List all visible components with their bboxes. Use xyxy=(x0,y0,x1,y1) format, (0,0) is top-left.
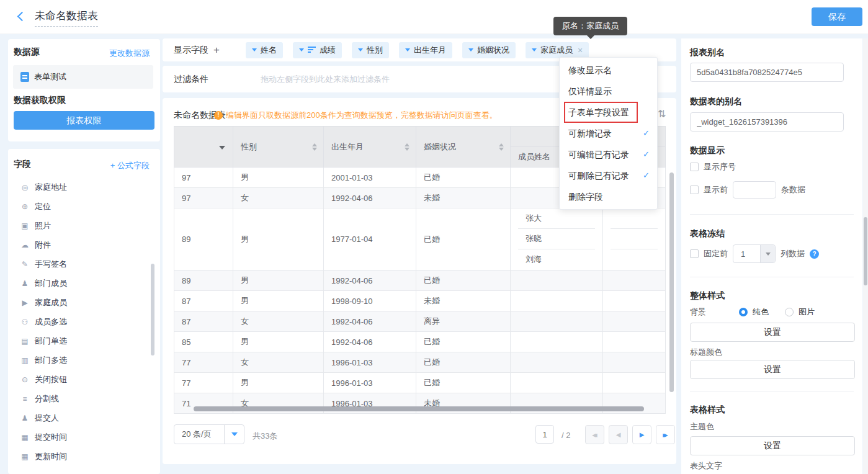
member-name-cell: 张晓 xyxy=(518,229,595,249)
back-icon[interactable] xyxy=(17,12,27,22)
field-item[interactable]: ☁附件 xyxy=(8,235,160,254)
page-size-select[interactable]: 20 条/页 xyxy=(174,424,244,444)
menu-item[interactable]: 可删除已有记录✓ xyxy=(560,165,657,186)
right-scrollbar-thumb[interactable] xyxy=(864,217,867,285)
sidebar-scrollbar-thumb[interactable] xyxy=(151,264,154,356)
field-chip[interactable]: 成绩 xyxy=(293,42,342,58)
next-page-button[interactable]: ▶ xyxy=(632,425,651,444)
vertical-scrollbar-thumb[interactable] xyxy=(669,172,674,392)
field-item[interactable]: ≡分割线 xyxy=(8,389,160,408)
table-cell xyxy=(603,291,666,311)
sort-up-icon xyxy=(405,143,409,146)
field-chip[interactable]: 家庭成员× xyxy=(526,42,589,58)
add-formula-field-link[interactable]: + 公式字段 xyxy=(110,160,150,171)
table-row: 87男1998-09-10未婚 xyxy=(174,291,666,311)
last-page-button[interactable]: ▶▶ xyxy=(656,425,675,444)
menu-item[interactable]: 子表单字段设置 xyxy=(560,102,657,123)
help-icon[interactable]: ? xyxy=(810,249,819,259)
filter-dropzone-placeholder[interactable]: 拖动左侧字段到此处来添加过滤条件 xyxy=(261,74,390,85)
show-first-count-input[interactable] xyxy=(733,181,776,199)
column-header[interactable]: 性别 xyxy=(233,127,324,168)
header-text-label: 表头文字 xyxy=(690,460,722,472)
prev-page-button[interactable]: ◀ xyxy=(609,425,628,444)
column-order-icon[interactable]: ⇅ xyxy=(658,108,666,120)
field-item[interactable]: ⊕定位 xyxy=(8,197,160,216)
field-item[interactable]: ▣照片 xyxy=(8,216,160,235)
menu-item-label: 可编辑已有记录 xyxy=(568,150,629,159)
field-chip-label: 性别 xyxy=(367,45,383,56)
field-item-label: 照片 xyxy=(35,220,51,231)
dept-single-icon: ▤ xyxy=(20,337,30,346)
table-cell: 离异 xyxy=(416,311,511,332)
field-item[interactable]: ♟提交人 xyxy=(8,408,160,427)
table-row: 87女1992-04-06离异 xyxy=(174,311,666,332)
datasource-item-label: 表单测试 xyxy=(34,71,66,83)
sort-icon[interactable] xyxy=(312,143,317,151)
theme-color-set-button[interactable]: 设置 xyxy=(690,436,855,455)
field-chip[interactable]: 婚姻状况 xyxy=(462,42,516,58)
field-item[interactable]: ▦更新时间 xyxy=(8,447,160,466)
field-item-label: 更新时间 xyxy=(35,451,67,462)
save-button[interactable]: 保存 xyxy=(812,7,862,26)
field-item-label: 分割线 xyxy=(35,393,59,405)
title-color-set-button[interactable]: 设置 xyxy=(690,360,855,379)
freeze-checkbox[interactable] xyxy=(690,249,699,258)
background-set-button[interactable]: 设置 xyxy=(690,323,855,342)
column-header[interactable]: 出生年月 xyxy=(324,127,416,168)
remove-field-icon[interactable]: × xyxy=(578,46,583,55)
field-chip[interactable]: 出生年月 xyxy=(399,42,452,58)
table-cell: 89 xyxy=(174,271,233,291)
table-cell xyxy=(603,271,666,291)
chevron-down-icon xyxy=(358,48,363,51)
table-cell: 85 xyxy=(174,332,233,352)
solid-color-label: 纯色 xyxy=(753,306,769,318)
table-alias-label: 数据表的别名 xyxy=(690,96,742,107)
chevron-down-icon xyxy=(405,48,410,51)
datasource-item[interactable]: 表单测试 xyxy=(13,65,153,89)
show-first-checkbox[interactable] xyxy=(690,186,699,194)
field-item[interactable]: ⊖关闭按钮 xyxy=(8,370,160,389)
change-datasource-link[interactable]: 更改数据源 xyxy=(109,48,150,59)
sort-icon[interactable] xyxy=(405,143,409,151)
field-item[interactable]: ▤部门单选 xyxy=(8,331,160,351)
field-item[interactable]: ▶家庭成员 xyxy=(8,293,160,312)
freeze-count-select[interactable]: 1 xyxy=(733,244,776,263)
report-designer-app: 未命名数据表 保存 数据源 更改数据源 表单测试 数据获取权限 报表权限 字段 … xyxy=(0,0,868,474)
field-item[interactable]: ⚇成员多选 xyxy=(8,312,160,331)
menu-item[interactable]: 修改显示名 xyxy=(560,60,657,81)
field-item[interactable]: ✎手写签名 xyxy=(8,254,160,274)
report-alias-input[interactable] xyxy=(690,63,844,82)
table-cell-members: 张大张晓刘海 xyxy=(511,208,603,271)
table-cell: 1992-04-06 xyxy=(324,311,416,332)
menu-item[interactable]: 可编辑已有记录✓ xyxy=(560,144,657,165)
chevron-down-icon xyxy=(760,245,775,262)
field-chip[interactable]: 性别 xyxy=(352,42,389,58)
report-permission-button[interactable]: 报表权限 xyxy=(14,111,154,130)
column-header[interactable]: 婚姻状况 xyxy=(416,127,511,168)
table-alias-input[interactable] xyxy=(690,112,844,132)
field-item[interactable]: ♟部门成员 xyxy=(8,274,160,293)
menu-item[interactable]: 删除字段 xyxy=(560,186,657,207)
page-title[interactable]: 未命名数据表 xyxy=(35,9,98,27)
horizontal-scrollbar-thumb[interactable] xyxy=(194,406,644,411)
table-row: 89男1977-01-04已婚张大张晓刘海 xyxy=(174,208,666,271)
first-page-button[interactable]: ◀◀ xyxy=(585,425,604,444)
field-item[interactable]: ▦提交时间 xyxy=(8,427,160,447)
solid-color-radio[interactable] xyxy=(739,308,748,316)
image-label: 图片 xyxy=(799,306,815,318)
show-index-label: 显示序号 xyxy=(704,161,736,172)
sort-icon[interactable] xyxy=(499,143,504,151)
image-radio[interactable] xyxy=(785,308,794,316)
chevron-down-icon[interactable] xyxy=(219,146,225,150)
show-index-checkbox[interactable] xyxy=(690,163,699,171)
menu-item[interactable]: 可新增记录✓ xyxy=(560,123,657,144)
add-display-field-button[interactable]: + xyxy=(213,45,220,55)
menu-item[interactable]: 仅详情显示 xyxy=(560,81,657,102)
field-chip[interactable]: 姓名 xyxy=(246,42,283,58)
column-header-caret[interactable] xyxy=(174,127,233,168)
field-item[interactable]: ◎家庭地址 xyxy=(8,177,160,197)
field-item[interactable]: ▥部门多选 xyxy=(8,351,160,370)
current-page-input[interactable] xyxy=(535,425,554,444)
member-name-cell: 刘海 xyxy=(518,249,595,270)
table-cell: 女 xyxy=(233,188,324,208)
